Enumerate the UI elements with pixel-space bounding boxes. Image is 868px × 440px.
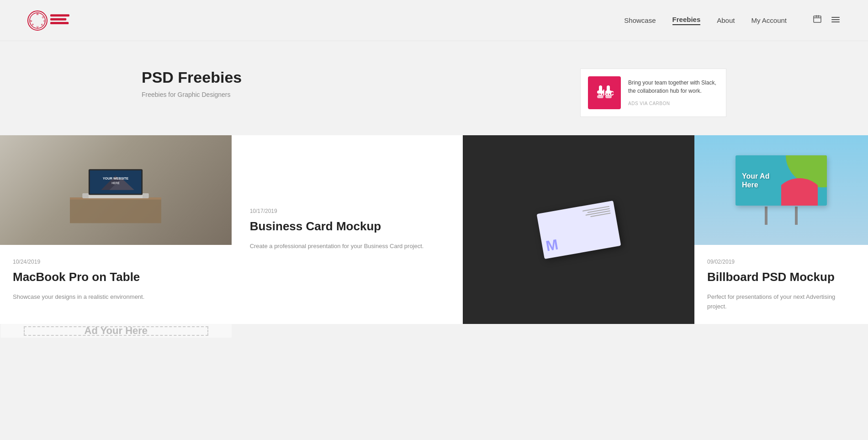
card-bizcard[interactable]: 10/17/2019 Business Card Mockup Create a…: [232, 135, 694, 324]
card-macbook-desc: Showcase your designs in a realistic env…: [13, 292, 219, 302]
billboard-ad-text: Your AdHere: [742, 172, 769, 189]
ad-sidebar-card: Ad Your Here: [0, 324, 232, 338]
card-billboard-image: Your AdHere: [694, 135, 868, 245]
svg-rect-13: [818, 15, 819, 17]
svg-rect-10: [50, 22, 69, 24]
svg-rect-33: [89, 195, 143, 198]
svg-text:O: O: [42, 16, 44, 19]
card-macbook-image: YOUR WEBSITE HERE: [0, 135, 232, 245]
card-macbook[interactable]: YOUR WEBSITE HERE 10/24/2019 MacBook Pro…: [0, 135, 232, 324]
bizcard-letter: M: [545, 236, 560, 254]
svg-text:slack: slack: [598, 88, 614, 97]
page-title: PSD Freebies: [142, 69, 242, 86]
billboard-panel: Your AdHere: [736, 155, 827, 206]
svg-rect-12: [816, 15, 817, 17]
slack-logo-icon: slack: [588, 76, 621, 109]
svg-text:YOUR WEBSITE: YOUR WEBSITE: [103, 176, 128, 180]
svg-rect-15: [831, 19, 840, 20]
card-bizcard-image: M: [463, 135, 694, 324]
nav-my-account[interactable]: My Account: [751, 16, 787, 24]
cart-icon[interactable]: [812, 15, 822, 27]
bizcard-mockup: M: [536, 201, 621, 259]
ad-placeholder-box: Ad Your Here: [24, 326, 209, 336]
svg-text:M: M: [37, 13, 38, 16]
bizcard-text-lines: [582, 206, 610, 218]
card-billboard-date: 09/02/2019: [707, 259, 855, 265]
svg-rect-24: [70, 198, 161, 223]
logo[interactable]: M O C K U P N: [27, 11, 69, 31]
logo-circle-icon: M O C K U P N: [27, 11, 48, 31]
svg-text:HERE: HERE: [111, 181, 120, 185]
page-subtitle: Freebies for Graphic Designers: [142, 91, 242, 98]
svg-text:C: C: [43, 20, 45, 22]
card-macbook-body: 10/24/2019 MacBook Pro on Table Showcase…: [0, 245, 232, 324]
billboard-leg-right: [795, 207, 798, 225]
billboard-leg-left: [765, 207, 767, 225]
main-nav: Showcase Freebies About My Account: [624, 15, 841, 27]
billboard-mockup: Your AdHere: [736, 155, 827, 225]
cards-section: YOUR WEBSITE HERE 10/24/2019 MacBook Pro…: [0, 135, 868, 338]
svg-rect-16: [831, 21, 840, 22]
nav-icon-group: [812, 15, 841, 27]
card-billboard-desc: Perfect for presentations of your next A…: [707, 292, 855, 312]
svg-rect-9: [50, 18, 66, 20]
svg-text:U: U: [37, 26, 38, 28]
card-bizcard-date: 10/17/2019: [250, 208, 445, 214]
ads-via-label: ADS VIA CARBON: [628, 101, 670, 106]
card-bizcard-desc: Create a professional presentation for y…: [250, 242, 445, 251]
svg-text:K: K: [41, 23, 43, 26]
card-macbook-title: MacBook Pro on Table: [13, 270, 219, 285]
ad-placeholder-text: Ad Your Here: [85, 325, 148, 337]
billboard-legs: [765, 207, 798, 225]
svg-text:P: P: [32, 23, 34, 26]
card-macbook-date: 10/24/2019: [13, 259, 219, 265]
page-title-area: PSD Freebies Freebies for Graphic Design…: [114, 41, 754, 135]
card-bizcard-body: 10/17/2019 Business Card Mockup Create a…: [232, 135, 463, 324]
laptop-image-bg: YOUR WEBSITE HERE: [0, 135, 232, 245]
nav-showcase[interactable]: Showcase: [624, 16, 656, 24]
svg-rect-14: [831, 17, 840, 18]
card-bizcard-title: Business Card Mockup: [250, 219, 445, 234]
page-title-group: PSD Freebies Freebies for Graphic Design…: [142, 69, 242, 98]
card-billboard-title: Billboard PSD Mockup: [707, 270, 855, 285]
nav-about[interactable]: About: [717, 16, 735, 24]
logo-flag-icon: [50, 13, 69, 28]
svg-rect-8: [50, 14, 69, 16]
slack-ad-text: Bring your team together with Slack, the…: [628, 79, 719, 107]
svg-rect-11: [814, 16, 821, 22]
card-billboard-body: 09/02/2019 Billboard PSD Mockup Perfect …: [694, 245, 868, 324]
site-header: M O C K U P N Showcase Freebies About My…: [0, 0, 868, 41]
slack-ad-headline: Bring your team together with Slack, the…: [628, 79, 719, 95]
slack-ad-widget[interactable]: slack Bring your team together with Slac…: [580, 69, 726, 117]
svg-text:N: N: [30, 20, 32, 22]
card-billboard[interactable]: Your AdHere 09/02/2019 Billboard PSD Moc…: [694, 135, 868, 324]
menu-icon[interactable]: [831, 15, 841, 27]
nav-freebies[interactable]: Freebies: [672, 16, 701, 25]
